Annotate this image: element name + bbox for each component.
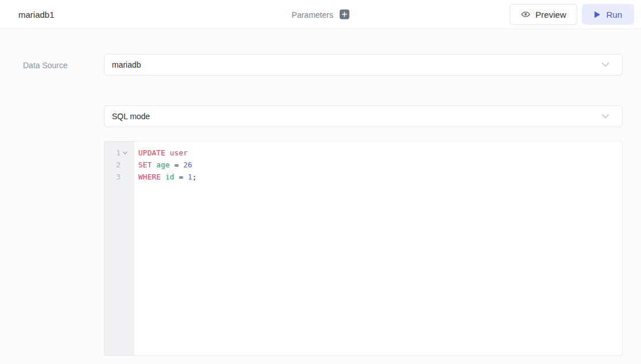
data-source-value: mariadb: [112, 60, 141, 69]
editor-code[interactable]: UPDATE userSET age = 26WHERE id = 1;: [134, 142, 622, 355]
chevron-down-icon: [601, 62, 609, 68]
code-line[interactable]: SET age = 26: [138, 159, 622, 171]
gutter-line: 2: [104, 159, 134, 171]
gutter-line: 1: [104, 147, 134, 159]
token-keyword: UPDATE: [138, 148, 165, 157]
header-bar: mariadb1 Parameters Preview Run: [0, 0, 641, 29]
token-keyword: user: [170, 148, 188, 157]
token-operator: ;: [192, 173, 197, 181]
play-icon: [594, 11, 601, 18]
editor-gutter: 123: [104, 142, 134, 355]
token-number: 1: [188, 173, 192, 181]
code-line[interactable]: UPDATE user: [138, 147, 622, 159]
data-source-select[interactable]: mariadb: [104, 54, 623, 76]
code-editor[interactable]: 123 UPDATE userSET age = 26WHERE id = 1;: [104, 141, 623, 356]
line-number: 3: [111, 171, 121, 183]
token-keyword: WHERE: [138, 173, 161, 181]
token-plain: [161, 173, 165, 181]
preview-button[interactable]: Preview: [510, 4, 577, 25]
plus-icon: [342, 12, 347, 17]
parameters-section: Parameters: [292, 10, 349, 19]
eye-icon: [521, 10, 530, 18]
line-number: 1: [111, 147, 121, 159]
token-number: 26: [183, 161, 192, 169]
add-parameter-button[interactable]: [340, 10, 349, 19]
header-actions: Preview Run: [510, 4, 634, 25]
code-line[interactable]: WHERE id = 1;: [138, 171, 622, 183]
mode-select[interactable]: SQL mode: [104, 105, 623, 127]
token-plain: [170, 161, 174, 169]
run-button-label: Run: [606, 10, 622, 19]
token-plain: [183, 173, 188, 181]
fold-chevron-icon[interactable]: [123, 151, 127, 155]
token-plain: [165, 148, 170, 157]
token-variable: age: [156, 161, 169, 169]
mode-value: SQL mode: [112, 112, 150, 121]
preview-button-label: Preview: [535, 10, 566, 19]
token-keyword: SET: [138, 161, 151, 169]
page-title: mariadb1: [18, 10, 55, 19]
gutter-line: 3: [104, 171, 134, 183]
line-number: 2: [111, 159, 121, 171]
data-source-label: Data Source: [23, 61, 68, 70]
chevron-down-icon: [601, 114, 609, 119]
token-variable: id: [165, 173, 174, 181]
parameters-label: Parameters: [292, 10, 333, 19]
run-button[interactable]: Run: [582, 4, 634, 25]
